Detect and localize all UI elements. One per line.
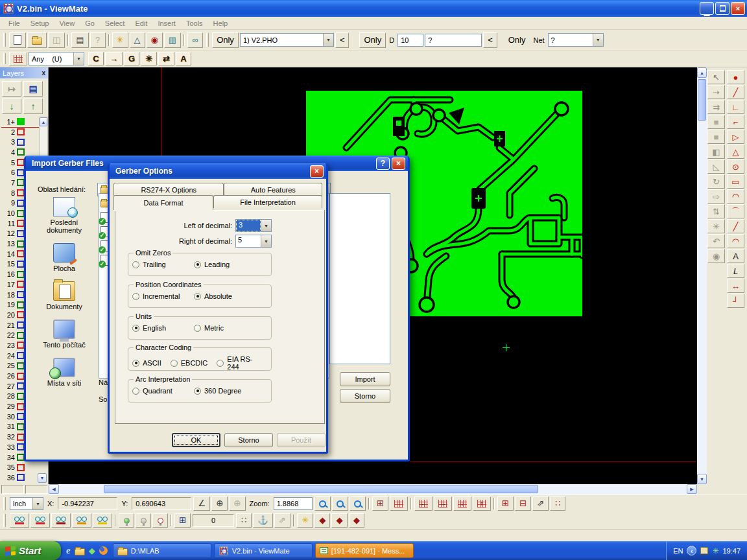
menu-file[interactable]: File (4, 18, 25, 29)
layer-row[interactable]: 35 (1, 462, 47, 472)
status-move-button[interactable]: ⇗ (274, 513, 290, 528)
menu-insert[interactable]: Insert (153, 18, 180, 29)
dcode-query-input[interactable]: ? (425, 34, 482, 47)
scroll-up-icon[interactable]: ▲ (40, 117, 47, 126)
gerber-options-titlebar[interactable]: Gerber Options × (110, 163, 326, 179)
status-glasses-dots-button[interactable] (10, 513, 29, 528)
horizontal-scroll-thumb[interactable] (104, 485, 538, 493)
help-book-icon[interactable]: ◆ (89, 546, 95, 555)
status-grid-subtract-button[interactable]: ⊟ (515, 496, 531, 511)
menu-go[interactable]: Go (80, 18, 99, 29)
radio-option-ascii[interactable]: ASCII (132, 359, 161, 367)
radio-icon[interactable] (194, 261, 201, 268)
cancel-button[interactable]: Storno (224, 433, 273, 447)
radio-icon[interactable] (194, 388, 201, 395)
tool-arc-button[interactable]: ◠ (727, 189, 744, 204)
status-magnifier-grid-button[interactable] (332, 496, 348, 511)
status-pan-left-button[interactable]: ← (414, 496, 433, 511)
tool-corner-button[interactable]: ⌐ (727, 115, 744, 129)
menu-view[interactable]: View (54, 18, 79, 29)
select-mode-4-button[interactable]: ⇄ (158, 52, 174, 65)
only-dcode-button[interactable]: Only (359, 32, 386, 48)
scroll-left-icon[interactable]: ◀ (49, 484, 59, 494)
messenger-tray-icon[interactable] (700, 547, 708, 554)
status-flash-select-button[interactable]: ✳ (297, 513, 313, 528)
radio-option-360-degree[interactable]: 360 Degree (194, 387, 255, 395)
radio-icon[interactable] (132, 360, 139, 367)
cancel-button[interactable]: Storno (340, 389, 390, 403)
layers-move-layer-up-button[interactable]: ↑ (23, 99, 43, 114)
radio-icon[interactable] (132, 261, 139, 268)
status-magnifier-select-button[interactable] (350, 496, 366, 511)
status-pattern-select-button[interactable]: ∷ (550, 496, 565, 511)
chevron-down-icon[interactable]: ▼ (593, 34, 603, 46)
tool-arc-slash-button[interactable]: ◠ (727, 234, 744, 248)
internet-explorer-icon[interactable]: e (66, 545, 71, 556)
radio-icon[interactable] (194, 293, 201, 300)
tool-polyline-button[interactable]: ∟ (727, 100, 744, 114)
radio-icon[interactable] (132, 325, 139, 332)
tool-corner-down-button[interactable]: ┘ (727, 294, 744, 308)
tool-fill-square-button[interactable]: ■ (707, 115, 725, 129)
status-pad-select-2-button[interactable]: ◆ (331, 513, 347, 528)
tool-text-a-button[interactable]: A (727, 249, 744, 263)
place-network-places[interactable]: Místa v síti (32, 358, 96, 387)
tool-triangle-button[interactable]: △ (727, 145, 744, 159)
toolbar-context-help-button[interactable]: ? (90, 32, 106, 48)
layers-close-icon[interactable]: x (42, 69, 45, 76)
select-mode-2-button[interactable]: G (124, 52, 139, 65)
toolbar-open-folder-button[interactable] (27, 32, 47, 48)
layer-color-swatch[interactable] (17, 148, 25, 156)
radio-option-ebcdic[interactable]: EBCDIC (171, 359, 208, 367)
tool-transfer-items-button[interactable]: ⇨ (707, 189, 725, 204)
toolbar-print-button[interactable]: ▤ (71, 32, 88, 48)
toolbar-film-layers-button[interactable]: ▥ (164, 32, 181, 48)
only-net-button[interactable]: Only (504, 32, 530, 48)
tool-text-l-button[interactable]: L (727, 264, 744, 278)
left-of-decimal-combobox[interactable]: 3 ▼ (235, 219, 272, 232)
status-bulb-green-button[interactable] (119, 513, 134, 528)
tool-edit-nodes-button[interactable]: ◉ (707, 249, 725, 263)
close-icon[interactable]: × (310, 165, 324, 178)
tab-rs274x-options[interactable]: RS274-X Options (113, 183, 224, 196)
status-pan-up-button[interactable]: ↑ (473, 496, 491, 511)
toolbar-flash-mode-button[interactable]: ✳ (112, 32, 128, 48)
radio-option-leading[interactable]: Leading (194, 261, 255, 268)
select-mode-1-button[interactable]: → (105, 52, 123, 65)
layer-color-swatch[interactable] (17, 464, 25, 471)
menu-edit[interactable]: Edit (130, 18, 152, 29)
radio-icon[interactable] (217, 360, 224, 367)
import-button[interactable]: Import (340, 372, 390, 386)
vertical-scrollbar[interactable]: ▲ ▼ (697, 67, 707, 484)
help-icon[interactable]: ? (376, 158, 390, 170)
layers-insert-layer-button[interactable]: ↦ (2, 81, 21, 97)
tray-collapse-icon[interactable]: ‹ (687, 546, 696, 555)
toolbar-aperture-tool-button[interactable]: △ (130, 32, 145, 48)
status-probe-button[interactable]: ⊕ (229, 496, 245, 511)
toolbar-grip[interactable] (206, 33, 209, 47)
select-mode-3-button[interactable]: ✳ (141, 52, 157, 65)
radio-icon[interactable] (194, 325, 201, 332)
app-tray-icon[interactable]: ✳ (712, 546, 718, 555)
status-quad-view-button[interactable]: ⊞ (174, 513, 191, 528)
previous-layer-button[interactable]: < (335, 32, 350, 48)
status-grid-add-button[interactable]: ⊞ (497, 496, 514, 511)
item-filter-combobox[interactable]: Any (U) ▼ (29, 52, 84, 65)
scroll-down-icon[interactable]: ▼ (697, 474, 707, 484)
status-grid-red-button[interactable] (390, 496, 408, 511)
status-glasses-draw-button[interactable] (93, 513, 112, 528)
net-combobox[interactable]: ? ▼ (548, 33, 604, 47)
status-magnifier-button[interactable] (314, 496, 331, 511)
status-bulb-off-button[interactable] (152, 513, 168, 528)
radio-icon[interactable] (171, 360, 178, 367)
status-grip[interactable] (3, 514, 6, 528)
tool-undo-button[interactable]: ↶ (707, 234, 725, 248)
scroll-right-icon[interactable]: ▶ (687, 484, 697, 494)
right-of-decimal-combobox[interactable]: 5 ▼ (235, 235, 272, 248)
status-grip[interactable] (3, 497, 6, 511)
layers-panel-header[interactable]: Layers x (0, 67, 48, 78)
radio-option-absolute[interactable]: Absolute (194, 292, 255, 300)
toolbar-measure-view-button[interactable]: ∞ (187, 32, 203, 48)
select-mode-0-button[interactable]: C (88, 52, 104, 65)
menu-help[interactable]: Help (209, 18, 233, 29)
